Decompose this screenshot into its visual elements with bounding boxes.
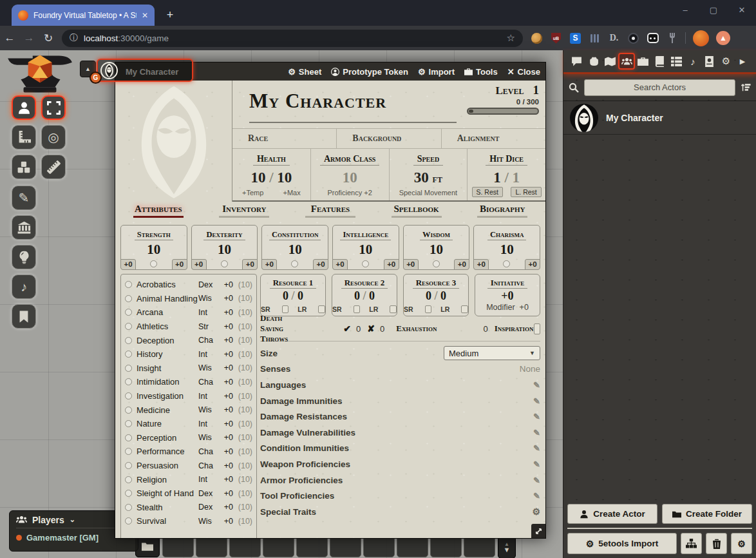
hit-dice-stat[interactable]: Hit Dice 1 / 1 S. Rest L. Rest xyxy=(468,149,545,200)
skill-proficiency-radio[interactable] xyxy=(125,476,132,483)
skill-proficiency-radio[interactable] xyxy=(125,323,132,330)
inspiration-checkbox[interactable] xyxy=(534,323,540,334)
skill-name[interactable]: Deception xyxy=(137,336,198,345)
macro-slot[interactable] xyxy=(229,536,261,557)
ability-name[interactable]: Strength xyxy=(135,230,173,240)
tiles-tool[interactable] xyxy=(12,155,36,179)
edit-icon[interactable]: ✎ xyxy=(533,412,540,421)
armor-class-stat[interactable]: Armor Class 10 Proficiency +2 xyxy=(311,149,390,200)
window-resize-handle[interactable] xyxy=(531,524,545,538)
long-rest-button[interactable]: L. Rest xyxy=(511,187,541,197)
tab-inventory[interactable]: Inventory xyxy=(219,204,269,218)
edit-icon[interactable]: ✎ xyxy=(533,396,540,406)
skill-proficiency-radio[interactable] xyxy=(125,378,132,385)
skill-row[interactable]: Stealth Dex +0 (10) xyxy=(125,501,252,515)
walls-tool[interactable] xyxy=(12,215,36,240)
skill-row[interactable]: Survival Wis +0 (10) xyxy=(125,514,252,528)
ability-save-mod[interactable]: +0 xyxy=(120,259,136,270)
skill-name[interactable]: Medicine xyxy=(137,405,198,415)
resource-3[interactable]: Resource 3 0 / 0 SRLR xyxy=(403,274,469,316)
tab-compendium-icon[interactable] xyxy=(701,53,718,70)
game-canvas[interactable]: ▲ ◎ ✎ ♪ Players ⌄ Gamemaster [GM] xyxy=(0,50,756,558)
lr-checkbox[interactable] xyxy=(318,305,325,313)
skill-row[interactable]: Sleight of Hand Dex +0 (10) xyxy=(125,486,252,501)
tab-features[interactable]: Features xyxy=(305,204,355,218)
delete-trash-button[interactable] xyxy=(706,533,727,554)
window-maximize-button[interactable]: ▢ xyxy=(699,0,728,22)
skill-row[interactable]: Investigation Int +0 (10) xyxy=(125,389,252,403)
actor-name[interactable]: My Character xyxy=(606,113,663,123)
short-rest-button[interactable]: S. Rest xyxy=(472,187,503,197)
edit-icon[interactable]: ✎ xyxy=(533,491,540,501)
speed-stat[interactable]: Speed 30 ft Special Movement xyxy=(390,149,468,200)
lr-checkbox[interactable] xyxy=(390,305,397,313)
ability-check-mod[interactable]: +0 xyxy=(525,259,540,270)
ability-save-mod[interactable]: +0 xyxy=(332,259,348,270)
ability-name[interactable]: Wisdom xyxy=(420,230,453,240)
profile-update-icon[interactable]: ▲ xyxy=(716,31,730,45)
ability-proficiency-radio[interactable] xyxy=(503,260,510,267)
ability-proficiency-radio[interactable] xyxy=(150,260,157,267)
skill-row[interactable]: Arcana Int +0 (10) xyxy=(125,305,252,320)
death-success-count[interactable]: 0 xyxy=(356,324,361,334)
skill-row[interactable]: History Int +0 (10) xyxy=(125,347,252,361)
skill-row[interactable]: Athletics Str +0 (10) xyxy=(125,320,252,334)
macro-slot[interactable] xyxy=(397,536,428,557)
reload-button[interactable]: ↻ xyxy=(39,32,58,45)
skill-proficiency-radio[interactable] xyxy=(125,365,132,372)
exhaustion-value[interactable]: 0 xyxy=(483,324,487,334)
skill-proficiency-radio[interactable] xyxy=(125,407,132,414)
tab-biography[interactable]: Biography xyxy=(477,204,527,218)
ability-proficiency-radio[interactable] xyxy=(221,260,228,267)
session-extension-icon[interactable]: S xyxy=(570,33,581,44)
skill-proficiency-radio[interactable] xyxy=(125,462,132,469)
skill-proficiency-radio[interactable] xyxy=(125,392,132,399)
skill-proficiency-radio[interactable] xyxy=(125,351,132,358)
ability-score[interactable]: 10 xyxy=(192,242,258,258)
resource-2[interactable]: Resource 2 0 / 0 SRLR xyxy=(332,274,397,316)
selected-token[interactable]: G xyxy=(97,59,193,82)
ability-score[interactable]: 10 xyxy=(333,242,399,258)
death-failure-icon[interactable]: ✘ xyxy=(367,323,375,334)
tab-combat-icon[interactable] xyxy=(585,53,602,70)
ability-block[interactable]: Intelligence 10 +0 +0 xyxy=(332,225,399,270)
skill-row[interactable]: Religion Int +0 (10) xyxy=(125,472,252,486)
ability-block[interactable]: Strength 10 +0 +0 xyxy=(120,225,187,270)
skill-row[interactable]: Nature Int +0 (10) xyxy=(125,417,252,431)
size-select[interactable]: Medium▼ xyxy=(444,346,540,360)
tab-close-icon[interactable]: ✕ xyxy=(142,11,148,20)
ability-name[interactable]: Charisma xyxy=(487,230,527,240)
tab-settings-icon[interactable]: ⚙ xyxy=(718,53,735,70)
tab-spellbook[interactable]: Spellbook xyxy=(392,204,442,218)
skill-proficiency-radio[interactable] xyxy=(125,517,132,524)
browser-tab[interactable]: Foundry Virtual Tabletop • A Stan ✕ xyxy=(12,5,155,26)
skill-row[interactable]: Animal Handling Wis +0 (10) xyxy=(125,292,252,306)
skill-name[interactable]: Intimidation xyxy=(137,377,198,387)
diagonal-ruler-tool[interactable] xyxy=(41,155,66,179)
skill-row[interactable]: Intimidation Cha +0 (10) xyxy=(125,375,252,389)
forward-button[interactable]: → xyxy=(19,32,39,44)
background-field[interactable]: Background xyxy=(337,129,441,148)
macro-slot[interactable] xyxy=(162,536,194,557)
race-field[interactable]: Race xyxy=(232,129,337,148)
url-bar[interactable]: ⓘ localhost:30000/game ☆ xyxy=(62,30,523,47)
create-actor-button[interactable]: Create Actor xyxy=(567,504,657,524)
skill-row[interactable]: Acrobatics Dex +0 (10) xyxy=(125,278,252,292)
sr-checkbox[interactable] xyxy=(354,305,361,313)
skill-name[interactable]: Persuasion xyxy=(137,461,198,470)
skill-row[interactable]: Deception Cha +0 (10) xyxy=(125,333,252,347)
alignment-field[interactable]: Alignment xyxy=(442,129,545,148)
skill-row[interactable]: Insight Wis +0 (10) xyxy=(125,361,252,376)
skill-name[interactable]: History xyxy=(137,349,198,359)
tab-items-icon[interactable] xyxy=(635,53,652,70)
ability-name[interactable]: Intelligence xyxy=(340,230,391,240)
ability-block[interactable]: Constitution 10 +0 +0 xyxy=(261,225,328,270)
camera-extension-icon[interactable] xyxy=(628,33,639,44)
tab-chat-icon[interactable] xyxy=(569,53,585,70)
skill-name[interactable]: Stealth xyxy=(137,503,198,512)
tab-journal-icon[interactable] xyxy=(652,53,668,70)
xp-value[interactable]: 0 / 300 xyxy=(462,98,539,106)
health-stat[interactable]: Health 10 / 10 +Temp+Max xyxy=(232,149,311,200)
skill-row[interactable]: Persuasion Cha +0 (10) xyxy=(125,459,252,473)
actor-directory-entry[interactable]: My Character xyxy=(563,101,756,135)
